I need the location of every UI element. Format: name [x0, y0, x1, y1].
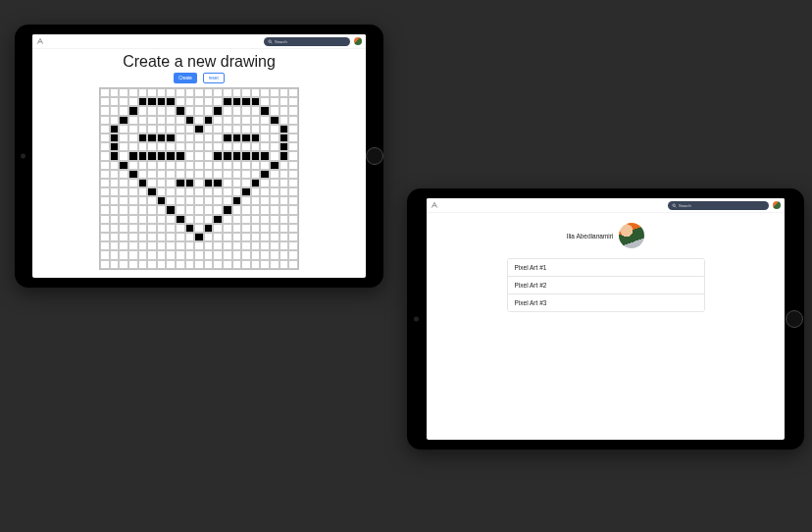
pixel-cell[interactable] [157, 224, 167, 233]
pixel-cell[interactable] [138, 88, 148, 97]
pixel-cell[interactable] [157, 205, 167, 214]
pixel-cell[interactable] [288, 224, 298, 233]
pixel-cell[interactable] [157, 125, 167, 133]
pixel-cell[interactable] [270, 125, 279, 133]
pixel-cell[interactable] [110, 260, 120, 269]
pixel-cell[interactable] [138, 241, 148, 250]
pixel-cell[interactable] [157, 215, 167, 224]
pixel-cell[interactable] [241, 241, 251, 250]
pixel-cell[interactable] [213, 187, 223, 196]
pixel-cell[interactable] [223, 97, 232, 106]
pixel-cell[interactable] [241, 116, 251, 125]
pixel-cell[interactable] [128, 187, 138, 196]
pixel-cell[interactable] [260, 233, 270, 241]
pixel-cell[interactable] [110, 151, 120, 160]
pixel-cell[interactable] [288, 142, 298, 151]
pixel-cell[interactable] [279, 179, 289, 187]
pixel-cell[interactable] [251, 133, 261, 142]
pixel-cell[interactable] [279, 205, 289, 214]
pixel-cell[interactable] [279, 151, 289, 160]
pixel-cell[interactable] [241, 170, 251, 179]
pixel-cell[interactable] [110, 187, 120, 196]
pixel-cell[interactable] [204, 215, 214, 224]
pixel-cell[interactable] [185, 233, 195, 241]
pixel-cell[interactable] [166, 116, 176, 125]
pixel-cell[interactable] [185, 205, 195, 214]
pixel-cell[interactable] [270, 187, 279, 196]
list-item[interactable]: Pixel Art #1 [508, 259, 704, 277]
pixel-cell[interactable] [147, 161, 157, 170]
pixel-cell[interactable] [166, 125, 176, 133]
pixel-cell[interactable] [185, 241, 195, 250]
pixel-cell[interactable] [251, 125, 261, 133]
pixel-cell[interactable] [232, 187, 242, 196]
pixel-cell[interactable] [147, 133, 157, 142]
pixel-cell[interactable] [270, 88, 279, 97]
pixel-cell[interactable] [260, 250, 270, 259]
pixel-cell[interactable] [288, 161, 298, 170]
pixel-cell[interactable] [166, 106, 176, 115]
pixel-cell[interactable] [251, 205, 261, 214]
pixel-cell[interactable] [194, 170, 204, 179]
pixel-cell[interactable] [288, 125, 298, 133]
pixel-cell[interactable] [260, 151, 270, 160]
pixel-cell[interactable] [270, 215, 279, 224]
pixel-cell[interactable] [157, 233, 167, 241]
pixel-cell[interactable] [223, 187, 232, 196]
pixel-cell[interactable] [128, 97, 138, 106]
pixel-cell[interactable] [288, 215, 298, 224]
pixel-cell[interactable] [213, 170, 223, 179]
pixel-cell[interactable] [157, 161, 167, 170]
pixel-cell[interactable] [128, 233, 138, 241]
pixel-cell[interactable] [110, 161, 120, 170]
pixel-cell[interactable] [119, 205, 128, 214]
pixel-cell[interactable] [204, 241, 214, 250]
pixel-cell[interactable] [241, 179, 251, 187]
pixel-cell[interactable] [279, 88, 289, 97]
pixel-cell[interactable] [251, 161, 261, 170]
pixel-cell[interactable] [204, 151, 214, 160]
pixel-cell[interactable] [176, 241, 185, 250]
pixel-cell[interactable] [185, 250, 195, 259]
pixel-cell[interactable] [213, 88, 223, 97]
pixel-cell[interactable] [260, 187, 270, 196]
home-button[interactable] [786, 310, 803, 328]
pixel-cell[interactable] [223, 215, 232, 224]
pixel-cell[interactable] [232, 260, 242, 269]
pixel-cell[interactable] [204, 133, 214, 142]
pixel-cell[interactable] [260, 215, 270, 224]
pixel-cell[interactable] [185, 215, 195, 224]
pixel-cell[interactable] [110, 142, 120, 151]
pixel-cell[interactable] [157, 250, 167, 259]
pixel-cell[interactable] [251, 116, 261, 125]
pixel-cell[interactable] [128, 241, 138, 250]
pixel-cell[interactable] [232, 179, 242, 187]
pixel-cell[interactable] [128, 260, 138, 269]
pixel-cell[interactable] [119, 151, 128, 160]
list-item[interactable]: Pixel Art #2 [508, 277, 704, 294]
pixel-cell[interactable] [166, 224, 176, 233]
pixel-grid[interactable] [99, 87, 298, 270]
pixel-cell[interactable] [279, 142, 289, 151]
pixel-cell[interactable] [119, 179, 128, 187]
pixel-cell[interactable] [176, 179, 185, 187]
pixel-cell[interactable] [241, 250, 251, 259]
pixel-cell[interactable] [110, 170, 120, 179]
pixel-cell[interactable] [213, 179, 223, 187]
pixel-cell[interactable] [128, 133, 138, 142]
pixel-cell[interactable] [119, 97, 128, 106]
pixel-cell[interactable] [138, 224, 148, 233]
pixel-cell[interactable] [138, 179, 148, 187]
pixel-cell[interactable] [194, 205, 204, 214]
pixel-cell[interactable] [185, 88, 195, 97]
pixel-cell[interactable] [185, 151, 195, 160]
pixel-cell[interactable] [147, 260, 157, 269]
pixel-cell[interactable] [100, 133, 110, 142]
pixel-cell[interactable] [110, 205, 120, 214]
pixel-cell[interactable] [157, 142, 167, 151]
pixel-cell[interactable] [288, 97, 298, 106]
pixel-cell[interactable] [204, 142, 214, 151]
pixel-cell[interactable] [213, 260, 223, 269]
pixel-cell[interactable] [100, 116, 110, 125]
pixel-cell[interactable] [223, 106, 232, 115]
